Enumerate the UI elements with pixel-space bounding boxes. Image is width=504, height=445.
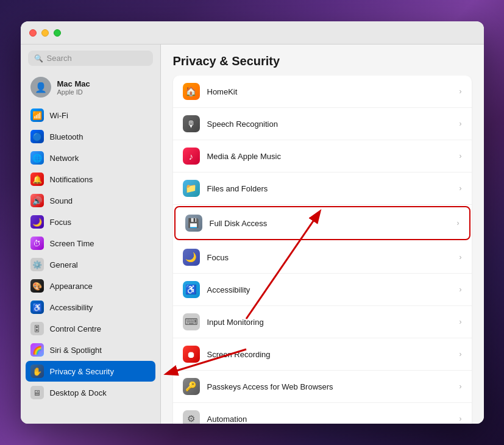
screen-row-icon: ⏺: [183, 346, 200, 363]
passkeys-chevron-icon: ›: [460, 382, 462, 391]
disk-row-label: Full Disk Access: [210, 219, 457, 228]
settings-row-automation[interactable]: ⚙Automation›: [173, 403, 472, 424]
settings-row-homekit[interactable]: 🏠HomeKit›: [173, 76, 472, 108]
speech-chevron-icon: ›: [460, 119, 462, 128]
sidebar-item-label-siri: Siri & Spotlight: [50, 346, 102, 355]
settings-row-focus[interactable]: 🌙Focus›: [173, 241, 472, 274]
siri-icon: 🌈: [30, 343, 44, 357]
settings-row-input[interactable]: ⌨Input Monitoring›: [173, 306, 472, 338]
sidebar-item-notifications[interactable]: 🔔Notifications: [26, 169, 155, 190]
speech-row-icon: 🎙: [183, 115, 200, 132]
files-row-icon: 📁: [183, 180, 200, 197]
settings-row-passkeys[interactable]: 🔑Passkeys Access for Web Browsers›: [173, 371, 472, 403]
wifi-icon: 📶: [30, 109, 44, 122]
user-name: Mac Mac: [57, 79, 90, 88]
sidebar-item-controlcentre[interactable]: 🎛Control Centre: [26, 318, 155, 339]
sidebar-item-label-network: Network: [50, 154, 79, 163]
screentime-icon: ⏱: [30, 237, 44, 250]
sidebar-item-desktop[interactable]: 🖥Desktop & Dock: [26, 382, 155, 403]
files-chevron-icon: ›: [460, 184, 462, 193]
accessibility-row-icon: ♿: [183, 281, 200, 298]
privacy-icon: ✋: [30, 365, 44, 378]
sidebar-item-focus[interactable]: 🌙Focus: [26, 212, 155, 232]
sidebar-item-label-privacy: Privacy & Security: [50, 367, 114, 376]
main-content-wrapper: Privacy & Security 🏠HomeKit›🎙Speech Reco…: [161, 44, 484, 424]
settings-card: 🏠HomeKit›🎙Speech Recognition›♪Media & Ap…: [173, 76, 472, 424]
panel-title: Privacy & Security: [173, 54, 472, 68]
sidebar-scroll: 👤 Mac Mac Apple ID 📶Wi-Fi🔵Bluetooth🌐Netw…: [21, 72, 160, 424]
user-profile[interactable]: 👤 Mac Mac Apple ID: [26, 72, 155, 105]
system-preferences-window: 🔍 Search 👤 Mac Mac Apple ID 📶Wi-Fi🔵Bluet…: [21, 21, 484, 424]
desktop-icon: 🖥: [30, 386, 44, 399]
disk-row-icon: 💾: [185, 215, 202, 232]
sidebar-item-label-screentime: Screen Time: [50, 239, 94, 248]
accessibility-row-label: Accessibility: [207, 285, 460, 294]
settings-row-files[interactable]: 📁Files and Folders›: [173, 173, 472, 205]
appearance-icon: 🎨: [30, 279, 44, 293]
accessibility-icon: ♿: [30, 301, 44, 314]
settings-row-disk[interactable]: 💾Full Disk Access›: [174, 206, 470, 240]
window-content: 🔍 Search 👤 Mac Mac Apple ID 📶Wi-Fi🔵Bluet…: [21, 44, 484, 424]
settings-row-media[interactable]: ♪Media & Apple Music›: [173, 140, 472, 173]
panel-rows-list: 🏠HomeKit›🎙Speech Recognition›♪Media & Ap…: [173, 76, 472, 424]
sidebar-item-appearance[interactable]: 🎨Appearance: [26, 276, 155, 296]
media-row-label: Media & Apple Music: [207, 152, 460, 161]
search-box[interactable]: 🔍 Search: [28, 51, 153, 66]
sidebar-item-wifi[interactable]: 📶Wi-Fi: [26, 105, 155, 126]
sidebar-item-label-desktop: Desktop & Dock: [50, 388, 107, 397]
automation-row-icon: ⚙: [183, 410, 200, 424]
sound-icon: 🔊: [30, 194, 44, 207]
sidebar-item-general[interactable]: ⚙️General: [26, 254, 155, 275]
sidebar-item-label-controlcentre: Control Centre: [50, 324, 102, 333]
focus-row-icon: 🌙: [183, 249, 200, 266]
sidebar-item-network[interactable]: 🌐Network: [26, 148, 155, 168]
sidebar-item-label-wifi: Wi-Fi: [50, 111, 68, 120]
sidebar-item-label-notifications: Notifications: [50, 175, 93, 184]
input-chevron-icon: ›: [460, 318, 462, 326]
title-bar: [21, 21, 484, 44]
sidebar-item-label-focus: Focus: [50, 218, 71, 227]
sidebar-item-accessibility[interactable]: ♿Accessibility: [26, 297, 155, 318]
sidebar-item-siri[interactable]: 🌈Siri & Spotlight: [26, 340, 155, 360]
homekit-row-label: HomeKit: [207, 87, 460, 96]
speech-row-label: Speech Recognition: [207, 119, 460, 129]
general-icon: ⚙️: [30, 258, 44, 271]
avatar: 👤: [30, 77, 51, 98]
bluetooth-icon: 🔵: [30, 130, 44, 143]
sidebar-item-privacy[interactable]: ✋Privacy & Security: [26, 361, 155, 382]
settings-row-accessibility[interactable]: ♿Accessibility›: [173, 274, 472, 306]
accessibility-chevron-icon: ›: [460, 285, 462, 294]
automation-chevron-icon: ›: [460, 415, 462, 423]
minimize-button[interactable]: [41, 29, 49, 37]
files-row-label: Files and Folders: [207, 184, 460, 193]
sidebar-item-sound[interactable]: 🔊Sound: [26, 190, 155, 211]
search-placeholder: Search: [47, 54, 72, 63]
sidebar-item-label-appearance: Appearance: [50, 282, 93, 291]
maximize-button[interactable]: [54, 29, 61, 37]
network-icon: 🌐: [30, 151, 44, 165]
search-icon: 🔍: [34, 54, 43, 63]
sidebar-item-screentime[interactable]: ⏱Screen Time: [26, 233, 155, 254]
user-sub: Apple ID: [57, 88, 90, 96]
passkeys-row-label: Passkeys Access for Web Browsers: [207, 382, 460, 391]
screen-chevron-icon: ›: [460, 350, 462, 358]
sidebar-items-list: 📶Wi-Fi🔵Bluetooth🌐Network🔔Notifications🔊S…: [26, 105, 155, 403]
sidebar-item-label-accessibility: Accessibility: [50, 303, 93, 312]
input-row-icon: ⌨: [183, 313, 200, 330]
traffic-lights: [29, 29, 61, 37]
controlcentre-icon: 🎛: [30, 322, 44, 335]
sidebar-item-bluetooth[interactable]: 🔵Bluetooth: [26, 126, 155, 147]
sidebar-item-label-general: General: [50, 260, 78, 269]
panel-header: Privacy & Security: [161, 44, 484, 76]
media-row-icon: ♪: [183, 148, 200, 165]
settings-row-speech[interactable]: 🎙Speech Recognition›: [173, 108, 472, 140]
media-chevron-icon: ›: [460, 152, 462, 160]
settings-row-screen[interactable]: ⏺Screen Recording›: [173, 338, 472, 371]
notifications-icon: 🔔: [30, 173, 44, 186]
screen-row-label: Screen Recording: [207, 350, 460, 359]
sidebar-item-label-sound: Sound: [50, 196, 73, 205]
homekit-row-icon: 🏠: [183, 83, 200, 100]
close-button[interactable]: [29, 29, 37, 37]
input-row-label: Input Monitoring: [207, 318, 460, 327]
disk-chevron-icon: ›: [457, 219, 460, 227]
